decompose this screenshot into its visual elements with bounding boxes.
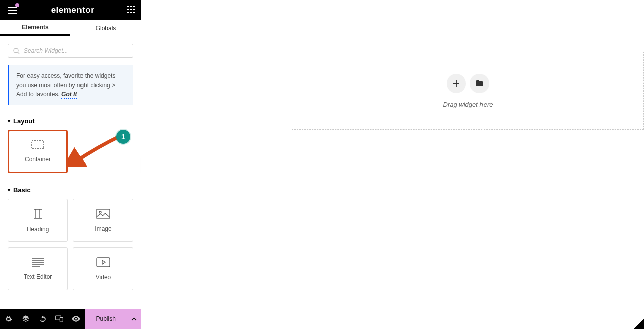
tab-globals[interactable]: Globals xyxy=(70,20,141,36)
svg-rect-3 xyxy=(127,9,129,10)
widgets-panel-button[interactable] xyxy=(127,6,135,15)
tip-got-it-button[interactable]: Got It xyxy=(61,91,77,99)
svg-rect-15 xyxy=(60,317,63,322)
annotation-badge-1: 1 xyxy=(116,130,130,144)
add-template-button[interactable] xyxy=(470,74,489,93)
favorites-tip: For easy access, favorite the widgets yo… xyxy=(8,65,133,105)
svg-rect-8 xyxy=(133,12,135,13)
folder-icon xyxy=(476,80,484,87)
widget-label: Heading xyxy=(27,226,49,233)
history-icon xyxy=(39,315,46,323)
svg-point-12 xyxy=(99,211,101,213)
add-section-button[interactable] xyxy=(447,74,466,93)
editor-panel: elementor Elements Globals For easy acce… xyxy=(0,0,141,329)
search-box[interactable] xyxy=(8,44,133,58)
svg-rect-5 xyxy=(133,9,135,10)
text-editor-icon xyxy=(31,258,44,268)
heading-icon xyxy=(31,208,44,221)
chevron-up-icon xyxy=(131,317,137,321)
widget-container[interactable]: Container xyxy=(8,130,68,173)
svg-rect-2 xyxy=(133,6,135,7)
svg-rect-7 xyxy=(130,12,132,13)
widget-label: Text Editor xyxy=(24,273,52,280)
widget-label: Container xyxy=(25,156,51,163)
svg-rect-4 xyxy=(130,9,132,10)
gear-icon xyxy=(5,315,12,323)
publish-button[interactable]: Publish xyxy=(85,309,127,329)
panel-footer: Publish xyxy=(0,309,141,329)
drop-zone[interactable]: Drag widget here xyxy=(292,52,644,130)
hamburger-icon xyxy=(8,7,17,14)
search-icon xyxy=(13,48,20,54)
drop-zone-label: Drag widget here xyxy=(443,101,493,108)
svg-point-9 xyxy=(14,48,18,53)
notification-dot-icon xyxy=(15,3,19,7)
publish-options-button[interactable] xyxy=(127,309,141,329)
layers-icon xyxy=(22,315,30,323)
widget-label: Image xyxy=(95,225,111,232)
plus-icon xyxy=(453,80,460,87)
eye-icon xyxy=(72,316,80,322)
container-icon xyxy=(31,140,44,151)
editor-canvas[interactable]: Drag widget here xyxy=(141,0,644,329)
responsive-icon xyxy=(55,315,63,322)
widget-image[interactable]: Image xyxy=(73,199,133,242)
svg-rect-0 xyxy=(127,6,129,7)
widget-text-editor[interactable]: Text Editor xyxy=(8,247,68,290)
svg-rect-1 xyxy=(130,6,132,7)
preview-button[interactable] xyxy=(68,309,85,329)
search-input[interactable] xyxy=(24,47,128,54)
responsive-button[interactable] xyxy=(51,309,68,329)
svg-rect-13 xyxy=(97,258,110,267)
svg-rect-10 xyxy=(32,141,44,149)
app-logo: elementor xyxy=(51,5,95,15)
category-layout-header[interactable]: Layout xyxy=(0,112,141,130)
image-icon xyxy=(96,209,110,220)
category-basic-widgets: Heading Image Text Editor Video xyxy=(0,199,141,298)
settings-button[interactable] xyxy=(0,309,17,329)
video-icon xyxy=(96,257,110,269)
tab-elements[interactable]: Elements xyxy=(0,20,70,36)
widget-label: Video xyxy=(96,274,111,281)
panel-tabs: Elements Globals xyxy=(0,20,141,36)
resize-corner-icon xyxy=(634,319,644,329)
svg-rect-6 xyxy=(127,12,129,13)
search-container xyxy=(0,36,141,65)
panel-header: elementor xyxy=(0,0,141,20)
category-basic-header[interactable]: Basic xyxy=(0,181,141,199)
widget-video[interactable]: Video xyxy=(73,247,133,290)
widget-heading[interactable]: Heading xyxy=(8,199,68,242)
svg-rect-11 xyxy=(97,209,110,218)
grid-icon xyxy=(127,6,135,13)
menu-button[interactable] xyxy=(6,4,18,16)
app-title: elementor xyxy=(51,5,95,15)
drop-zone-buttons xyxy=(447,74,489,93)
navigator-button[interactable] xyxy=(17,309,34,329)
history-button[interactable] xyxy=(34,309,51,329)
